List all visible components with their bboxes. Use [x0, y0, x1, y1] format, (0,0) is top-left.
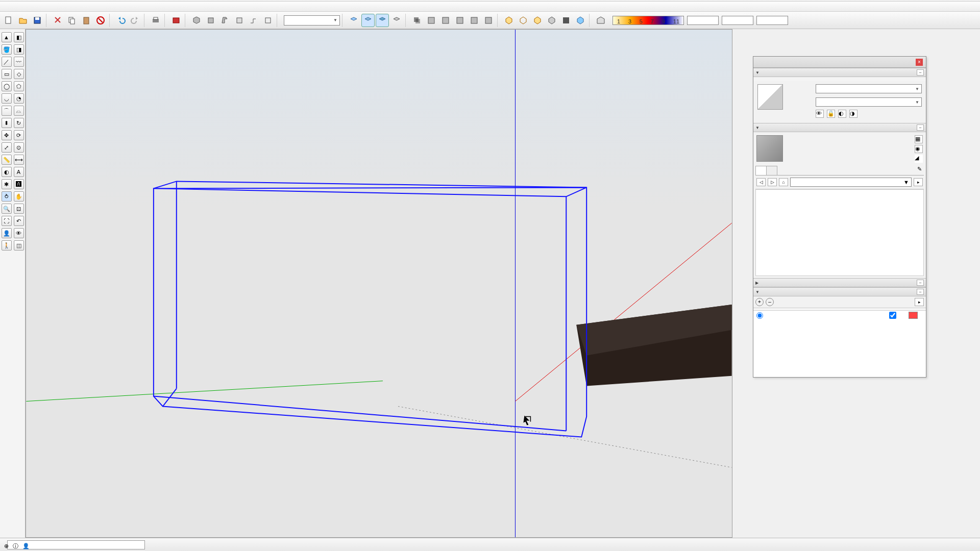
polygon-tool[interactable]: ⬠: [14, 81, 24, 91]
look-around-tool[interactable]: 👁: [14, 228, 24, 238]
undo-button[interactable]: [114, 14, 128, 27]
layer-active-radio[interactable]: [756, 312, 763, 319]
2pt-arc-tool[interactable]: ⌒: [2, 106, 12, 116]
current-material-swatch[interactable]: [756, 135, 783, 162]
left-button[interactable]: [261, 14, 275, 27]
shadow-button[interactable]: [410, 14, 424, 27]
shadow-time-slider[interactable]: 1357911: [612, 16, 684, 25]
materials-min-icon[interactable]: –: [917, 124, 924, 131]
viewport[interactable]: [26, 29, 732, 538]
previous-tool[interactable]: ↶: [14, 216, 24, 226]
zoom-window-tool[interactable]: ⊡: [14, 204, 24, 214]
menu-help[interactable]: [67, 6, 76, 8]
protractor-tool[interactable]: ◐: [2, 167, 12, 177]
add-layer-icon[interactable]: +: [755, 298, 764, 306]
material-library-combo[interactable]: ▼: [790, 178, 912, 187]
mono-button[interactable]: [390, 14, 403, 27]
move-tool[interactable]: ✥: [2, 130, 12, 140]
dimension-tool[interactable]: ⟷: [14, 155, 24, 165]
menu-edit[interactable]: [10, 6, 18, 8]
section-display-button[interactable]: [517, 14, 530, 27]
menu-file[interactable]: [2, 6, 10, 8]
warehouse-button[interactable]: [594, 14, 607, 27]
cut-button[interactable]: [51, 14, 64, 27]
style2-button[interactable]: [574, 14, 587, 27]
3dtext-tool[interactable]: 🅰: [14, 179, 24, 189]
scene2-button[interactable]: [439, 14, 452, 27]
remove-layer-icon[interactable]: –: [766, 298, 774, 306]
nav-fwd-icon[interactable]: ▷: [768, 178, 777, 186]
style1-button[interactable]: [559, 14, 573, 27]
followme-tool[interactable]: ↻: [14, 118, 24, 128]
back-button[interactable]: [247, 14, 260, 27]
menu-window[interactable]: [51, 6, 59, 8]
pan-tool[interactable]: ✋: [14, 191, 24, 202]
open-button[interactable]: [16, 14, 30, 27]
print-button[interactable]: [149, 14, 162, 27]
select-tool[interactable]: ▲: [2, 32, 12, 42]
tray-titlebar[interactable]: ×: [753, 57, 926, 68]
iso-button[interactable]: [190, 14, 203, 27]
components-header[interactable]: ▶ –: [753, 278, 926, 287]
layer-visible-check[interactable]: [889, 312, 896, 319]
scene4-button[interactable]: [468, 14, 481, 27]
layers-min-icon[interactable]: –: [917, 289, 924, 295]
rectangle-tool[interactable]: ▭: [2, 69, 12, 79]
claim-icon[interactable]: 👤: [22, 543, 30, 549]
entity-info-header[interactable]: ▼ –: [753, 68, 926, 77]
shaded-button[interactable]: [361, 14, 375, 27]
tray-close-icon[interactable]: ×: [916, 59, 923, 66]
layer-row[interactable]: [753, 311, 926, 321]
zoom-extents-tool[interactable]: ⛶: [2, 216, 12, 226]
rotated-rect-tool[interactable]: ◇: [14, 69, 24, 79]
save-button[interactable]: [31, 14, 44, 27]
nav-home-icon[interactable]: ⌂: [779, 178, 788, 186]
pushpull-tool[interactable]: ⬍: [2, 118, 12, 128]
scene5-button[interactable]: [482, 14, 495, 27]
section-plane-tool[interactable]: ◫: [14, 240, 24, 251]
materials-tab-select[interactable]: [755, 166, 767, 175]
freehand-tool[interactable]: 〰: [14, 57, 24, 67]
xray-button[interactable]: [347, 14, 360, 27]
toggle-cast-icon[interactable]: ◑: [849, 110, 857, 118]
layer-color-chip[interactable]: [909, 312, 918, 319]
section-fill-button[interactable]: [545, 14, 558, 27]
credit-icon[interactable]: ⓘ: [13, 542, 18, 550]
toggle-hidden-icon[interactable]: 👁: [816, 110, 824, 118]
components-min-icon[interactable]: –: [917, 280, 924, 286]
materials-tab-edit[interactable]: [766, 166, 777, 175]
zoom-tool[interactable]: 🔍: [2, 204, 12, 214]
line-tool[interactable]: ／: [2, 57, 12, 67]
layer-dropdown[interactable]: ▼: [284, 15, 340, 26]
pie-tool[interactable]: ◔: [14, 93, 24, 104]
menu-view[interactable]: [18, 6, 27, 8]
eyedropper-icon[interactable]: ✎: [915, 166, 924, 175]
new-button[interactable]: [2, 14, 15, 27]
eraser-tool[interactable]: ◨: [14, 44, 24, 55]
create-material-icon[interactable]: ▦: [915, 135, 923, 143]
walk-tool[interactable]: 🚶: [2, 240, 12, 251]
paint-tool[interactable]: 🪣: [2, 44, 12, 55]
text-tool[interactable]: A: [14, 167, 24, 177]
arc-tool[interactable]: ◡: [2, 93, 12, 104]
model-info-button[interactable]: [169, 14, 183, 27]
offset-tool[interactable]: ⊙: [14, 142, 24, 153]
menu-camera[interactable]: [27, 6, 35, 8]
front-button[interactable]: [218, 14, 232, 27]
toggle-lock-icon[interactable]: 🔒: [827, 110, 835, 118]
menu-extensions[interactable]: [59, 6, 67, 8]
entity-layer-combo[interactable]: ▼: [816, 84, 922, 93]
axes-tool[interactable]: ✱: [2, 179, 12, 189]
scene3-button[interactable]: [453, 14, 467, 27]
delete-button[interactable]: [94, 14, 107, 27]
right-button[interactable]: [233, 14, 246, 27]
rotate-tool[interactable]: ⟳: [14, 130, 24, 140]
layers-menu-icon[interactable]: ▸: [915, 298, 924, 306]
circle-tool[interactable]: ◯: [2, 81, 12, 91]
toggle-shadow-icon[interactable]: ◐: [838, 110, 846, 118]
geo-icon[interactable]: ⊕: [4, 543, 9, 549]
entity-type-combo[interactable]: ▼: [816, 97, 922, 107]
component-tool[interactable]: ◧: [14, 32, 24, 42]
top-button[interactable]: [204, 14, 217, 27]
scale-tool[interactable]: ⤢: [2, 142, 12, 153]
